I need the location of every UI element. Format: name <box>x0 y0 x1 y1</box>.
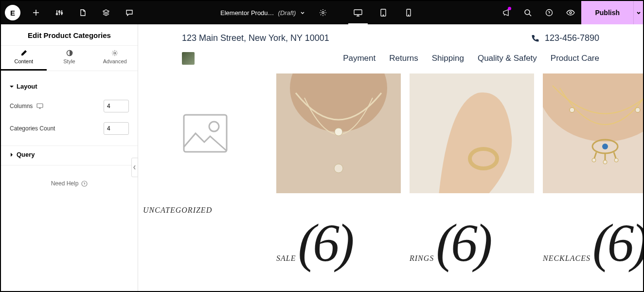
nav-returns[interactable]: Returns <box>389 54 418 63</box>
device-desktop[interactable] <box>345 1 371 24</box>
document-switcher[interactable]: Elementor Produ… (Draft) <box>215 9 310 17</box>
structure-button[interactable] <box>71 1 94 24</box>
gear-icon <box>111 50 118 56</box>
device-tablet[interactable] <box>371 1 396 24</box>
svg-point-2 <box>61 13 63 14</box>
publish-options-button[interactable] <box>633 1 643 24</box>
svg-point-6 <box>383 15 384 16</box>
columns-input[interactable] <box>104 100 129 112</box>
category-image <box>410 73 534 193</box>
nav-shipping[interactable]: Shipping <box>432 54 464 63</box>
category-item[interactable]: RINGS (6) <box>410 73 534 266</box>
categories-count-row: Categories Count <box>10 117 129 140</box>
svg-point-20 <box>335 128 342 136</box>
editor-top-bar: E Elementor Produ… (Draft) <box>1 1 643 24</box>
svg-point-1 <box>59 11 60 13</box>
eye-icon <box>566 9 575 17</box>
section-layout-header[interactable]: Layout <box>10 78 129 95</box>
category-image <box>276 73 401 193</box>
svg-point-17 <box>209 122 219 131</box>
nav-payment[interactable]: Payment <box>343 54 376 63</box>
tablet-icon <box>380 9 387 17</box>
category-label: UNCATEGORIZED <box>143 206 212 215</box>
columns-row: Columns <box>10 95 129 117</box>
category-item[interactable]: SALE (6) <box>276 73 401 266</box>
columns-label: Columns <box>10 103 33 110</box>
help-button[interactable] <box>538 1 560 24</box>
sidebar-title: Edit Product Categories <box>1 24 138 46</box>
help-icon <box>545 9 553 17</box>
sliders-icon <box>55 9 63 17</box>
svg-point-10 <box>546 10 553 16</box>
caret-right-icon <box>10 153 14 157</box>
responsive-icon[interactable] <box>36 103 43 109</box>
chat-icon <box>125 9 133 17</box>
categories-count-input[interactable] <box>104 122 129 135</box>
category-label: RINGS <box>410 254 434 263</box>
svg-point-0 <box>56 14 58 15</box>
style-icon <box>66 50 73 56</box>
notification-dot <box>508 7 511 10</box>
caret-down-icon <box>10 85 14 89</box>
notes-button[interactable] <box>118 1 141 24</box>
gear-icon <box>319 9 327 17</box>
svg-point-13 <box>114 52 116 54</box>
svg-rect-4 <box>354 10 362 15</box>
category-label: SALE <box>276 254 296 263</box>
tab-style[interactable]: Style <box>47 46 92 71</box>
category-label: NECKLACES <box>543 254 590 263</box>
section-query-header[interactable]: Query <box>10 146 129 163</box>
preview-area: 123 Main Street, New York, NY 10001 123-… <box>138 24 643 291</box>
product-categories-widget[interactable]: UNCATEGORIZED SALE (6) RINGS (6) <box>138 73 643 266</box>
svg-point-21 <box>334 164 343 173</box>
search-icon <box>524 9 532 17</box>
need-help-link[interactable]: Need Help <box>10 165 129 201</box>
desktop-icon <box>354 9 362 17</box>
collapse-sidebar-button[interactable] <box>131 158 138 177</box>
category-image <box>543 73 643 193</box>
nav-quality[interactable]: Quality & Safety <box>478 54 537 63</box>
sidebar-tabs: Content Style Advanced <box>1 46 138 71</box>
whats-new-button[interactable] <box>496 1 517 24</box>
site-settings-button[interactable] <box>48 1 71 24</box>
add-element-button[interactable] <box>24 1 48 24</box>
site-nav: Payment Returns Shipping Quality & Safet… <box>138 47 643 73</box>
history-button[interactable] <box>94 1 118 24</box>
svg-point-30 <box>592 158 596 162</box>
site-logo[interactable] <box>182 52 195 65</box>
elementor-logo-button[interactable]: E <box>1 1 24 24</box>
svg-point-32 <box>614 158 618 162</box>
category-item[interactable]: NECKLACES (6) <box>543 73 643 266</box>
mobile-icon <box>406 9 411 17</box>
preview-button[interactable] <box>560 1 581 24</box>
svg-point-31 <box>603 160 607 164</box>
chevron-down-icon <box>636 10 642 16</box>
publish-button[interactable]: Publish <box>581 1 633 24</box>
help-icon <box>81 181 88 187</box>
site-address: 123 Main Street, New York, NY 10001 <box>182 33 329 43</box>
finder-button[interactable] <box>517 1 538 24</box>
svg-point-15 <box>82 181 87 186</box>
device-mobile[interactable] <box>396 1 421 24</box>
plus-icon <box>32 9 40 17</box>
document-status: (Draft) <box>278 9 296 17</box>
site-top-bar: 123 Main Street, New York, NY 10001 123-… <box>138 24 643 47</box>
svg-point-3 <box>322 12 324 14</box>
svg-point-11 <box>570 12 572 14</box>
nav-care[interactable]: Product Care <box>551 54 599 63</box>
tab-content[interactable]: Content <box>1 46 47 71</box>
category-image-placeholder <box>143 73 268 193</box>
svg-point-8 <box>409 15 409 16</box>
svg-point-9 <box>525 10 530 15</box>
category-count: (6) <box>298 220 351 266</box>
chevron-down-icon <box>300 10 305 16</box>
svg-rect-14 <box>37 104 43 108</box>
editor-sidebar: Edit Product Categories Content Style Ad… <box>1 24 138 291</box>
layers-icon <box>102 9 110 17</box>
tab-advanced[interactable]: Advanced <box>92 46 138 71</box>
document-title: Elementor Produ… <box>220 9 274 17</box>
category-count: (6) <box>436 220 489 266</box>
page-settings-button[interactable] <box>314 1 332 24</box>
category-item[interactable]: UNCATEGORIZED <box>143 73 268 266</box>
svg-point-26 <box>570 108 574 112</box>
